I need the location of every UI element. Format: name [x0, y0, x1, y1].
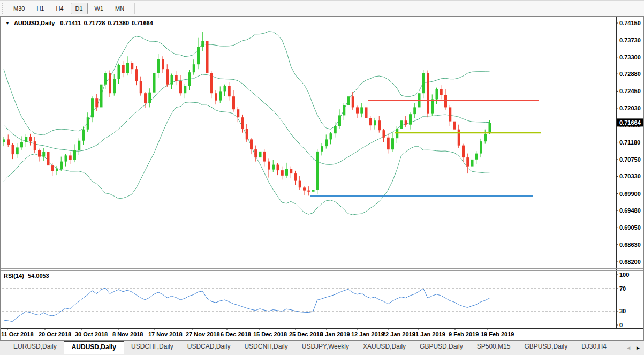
- candle-body: [365, 107, 368, 118]
- candle-body: [325, 139, 328, 146]
- date-tick-label: 30 Oct 2018: [75, 331, 108, 337]
- candle-body: [224, 86, 226, 92]
- candle-body: [480, 141, 482, 154]
- candle-body: [148, 93, 151, 103]
- candle-body: [312, 190, 315, 192]
- date-tick-label: 22 Jan 2019: [382, 331, 415, 337]
- ohlc-open: 0.71411: [60, 20, 81, 26]
- symbol-tab-xauusd-daily[interactable]: XAUUSD,Daily: [356, 341, 413, 352]
- candle-body: [20, 142, 23, 148]
- bollinger-upper-band: [4, 32, 490, 135]
- bollinger-lower-band: [4, 102, 490, 215]
- candle-body: [126, 63, 129, 73]
- candle-body: [95, 98, 98, 107]
- candle-body: [206, 41, 209, 73]
- candle-body: [42, 152, 45, 157]
- candle-body: [100, 85, 103, 108]
- candle-body: [272, 165, 275, 170]
- candle-body: [316, 152, 319, 190]
- candle-body: [427, 73, 429, 114]
- date-tick-label: 15 Dec 2018: [253, 331, 287, 337]
- rsi-tick-label: 70: [619, 285, 626, 292]
- candle-body: [12, 145, 14, 154]
- chart-dropdown-icon[interactable]: ▼: [5, 21, 10, 26]
- rsi-tick-label: 30: [619, 308, 626, 314]
- candle-body: [369, 118, 372, 126]
- candle-body: [475, 154, 478, 160]
- candle-body: [299, 181, 301, 188]
- candle-body: [232, 96, 235, 109]
- ohlc-high: 0.71728: [84, 20, 105, 26]
- scroll-tabs-left-icon[interactable]: ◄: [626, 345, 631, 351]
- candle-body: [166, 69, 169, 85]
- candle-body: [16, 147, 19, 154]
- price-tick-label: 0.70750: [619, 156, 641, 163]
- candle-body: [118, 65, 120, 79]
- chart-title: ▼ AUDUSD,Daily 0.71411 0.71728 0.71380 0…: [5, 20, 156, 26]
- symbol-tab-eurusd-daily[interactable]: EURUSD,Daily: [6, 341, 64, 352]
- candle-body: [7, 139, 10, 145]
- symbol-tab-gbpusd-daily[interactable]: GBPUSD,Daily: [517, 341, 574, 352]
- candle-body: [241, 117, 244, 129]
- candle-body: [268, 162, 270, 170]
- symbol-tab-dj30-h4[interactable]: DJ30,H4: [574, 341, 613, 352]
- candle-body: [87, 117, 89, 130]
- candle-body: [413, 107, 416, 114]
- candle-body: [453, 122, 456, 130]
- candle-body: [254, 149, 257, 157]
- price-chart-canvas[interactable]: 0.741500.737300.733000.728800.724500.720…: [0, 0, 644, 355]
- date-tick-label: 6 Dec 2018: [221, 331, 251, 337]
- candle-body: [334, 126, 337, 134]
- candle-body: [56, 169, 58, 171]
- candle-body: [290, 169, 292, 173]
- symbol-tab-usdcad-daily[interactable]: USDCAD,Daily: [180, 341, 238, 352]
- price-tick-label: 0.72880: [619, 71, 641, 77]
- price-tick-label: 0.69050: [619, 224, 641, 231]
- price-tick-label: 0.74150: [619, 20, 641, 26]
- candle-body: [383, 130, 385, 138]
- symbol-tab-gbpusd-daily[interactable]: GBPUSD,Daily: [413, 341, 470, 352]
- candle-body: [140, 81, 142, 94]
- symbol-tabbar: EURUSD,DailyAUDUSD,DailyUSDCHF,DailyUSDC…: [0, 341, 644, 355]
- candle-body: [347, 96, 350, 105]
- mt4-screen: M30H1H4D1W1MN 0.741500.737300.733000.728…: [0, 0, 644, 355]
- candle-body: [343, 105, 345, 116]
- ohlc-low: 0.71380: [108, 20, 129, 26]
- candle-body: [277, 165, 279, 171]
- rsi-tick-label: 100: [619, 271, 629, 278]
- candle-body: [73, 150, 76, 160]
- chart-symbol-label: AUDUSD,Daily: [14, 20, 55, 26]
- candle-body: [330, 133, 332, 139]
- date-tick-label: 9 Feb 2019: [449, 331, 479, 337]
- symbol-tab-sp500-m15[interactable]: SP500,M15: [470, 341, 518, 352]
- candle-body: [153, 73, 156, 93]
- candle-body: [122, 65, 125, 73]
- candle-body: [360, 107, 363, 113]
- candle-body: [34, 141, 36, 150]
- candle-body: [228, 86, 231, 97]
- candle-body: [60, 162, 63, 169]
- date-tick-label: 3 Jan 2019: [320, 331, 350, 337]
- candle-body: [29, 137, 32, 141]
- price-tick-label: 0.72450: [619, 88, 641, 94]
- price-tick-label: 0.68200: [619, 259, 641, 265]
- candle-body: [69, 155, 72, 160]
- candle-body: [25, 137, 27, 142]
- symbol-tab-audusd-daily[interactable]: AUDUSD,Daily: [64, 341, 124, 354]
- current-price-label: 0.71664: [619, 119, 641, 126]
- candle-body: [466, 157, 469, 167]
- candle-body: [65, 155, 67, 161]
- date-tick-label: 17 Nov 2018: [148, 331, 183, 337]
- candle-body: [489, 123, 491, 133]
- symbol-tab-usdchf-daily[interactable]: USDCHF,Daily: [124, 341, 180, 352]
- symbol-tab-usdcnh-daily[interactable]: USDCNH,Daily: [237, 341, 294, 352]
- candle-body: [113, 79, 116, 93]
- price-tick-label: 0.69900: [619, 191, 641, 197]
- symbol-tab-usdjpy-weekly[interactable]: USDJPY,Weekly: [295, 341, 356, 352]
- scroll-tabs-right-icon[interactable]: ►: [635, 345, 641, 351]
- candle-body: [201, 41, 204, 47]
- rsi-name: RSI(14): [4, 273, 24, 279]
- bollinger-middle-band: [4, 74, 490, 165]
- price-tick-label: 0.68630: [619, 241, 641, 248]
- candle-body: [449, 107, 451, 121]
